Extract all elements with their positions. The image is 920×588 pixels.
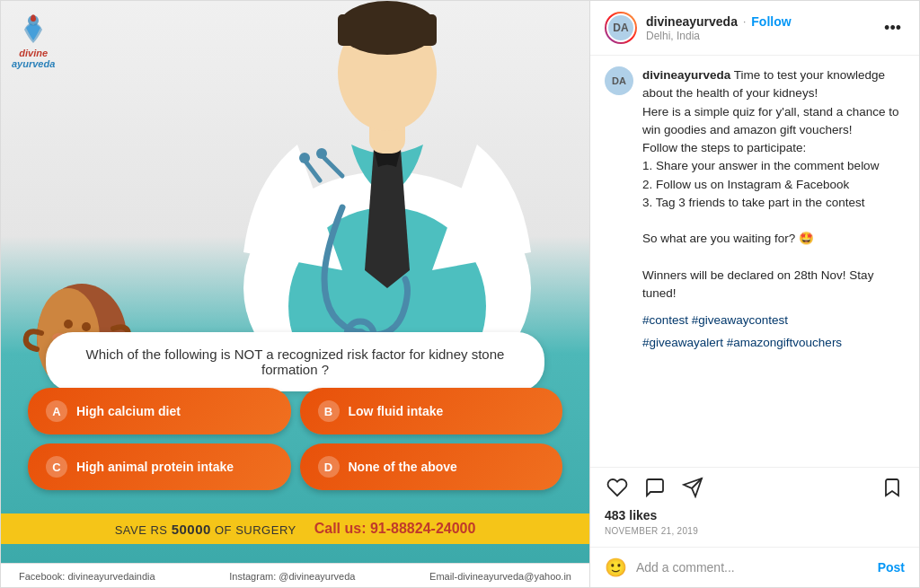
svg-line-10 — [324, 158, 342, 176]
option-a[interactable]: A High calcium diet — [28, 388, 291, 434]
comment-icon — [644, 477, 666, 498]
option-a-label: A — [46, 400, 67, 422]
emoji-icon[interactable]: 🙂 — [605, 557, 627, 578]
post-footer: Facebook: divineayurvedaindia Instagram:… — [1, 563, 589, 588]
comment-input[interactable] — [636, 560, 869, 575]
svg-point-16 — [64, 320, 73, 329]
caption-row: DA divineayurveda Time to test your know… — [605, 66, 905, 354]
footer-instagram: Instagram: @divineayurveda — [229, 571, 355, 582]
caption-text: divineayurveda Time to test your knowled… — [642, 66, 905, 354]
logo: divine ayurveda — [12, 12, 55, 69]
option-d-text: None of the above — [349, 460, 457, 474]
ig-actions: 483 likes November 21, 2019 — [590, 467, 919, 547]
banner-call-text: Call us: 91-88824-24000 — [314, 521, 476, 537]
question-text: Which of the following is NOT a recogniz… — [86, 347, 505, 377]
svg-rect-5 — [338, 14, 437, 46]
ig-header: DA divineayurveda · Follow Delhi, India … — [590, 1, 919, 56]
footer-email: Email-divineayurveda@yahoo.in — [429, 571, 571, 582]
user-info: divineayurveda · Follow Delhi, India — [646, 14, 871, 42]
post-comment-button[interactable]: Post — [878, 560, 905, 575]
option-b-label: B — [318, 400, 340, 422]
instagram-panel: DA divineayurveda · Follow Delhi, India … — [589, 1, 919, 587]
caption-username[interactable]: divineayurveda — [642, 68, 730, 82]
option-d-label: D — [318, 456, 340, 478]
action-buttons — [605, 475, 905, 503]
location: Delhi, India — [646, 30, 871, 42]
options-grid: A High calcium diet B Low fluid intake C… — [28, 388, 562, 490]
share-icon — [682, 477, 703, 498]
option-a-text: High calcium diet — [76, 404, 181, 418]
svg-point-11 — [316, 148, 327, 159]
logo-icon — [15, 12, 51, 48]
option-d[interactable]: D None of the above — [300, 443, 563, 490]
more-dots-icon: ••• — [884, 19, 901, 37]
option-c-text: High animal protein intake — [76, 460, 234, 474]
question-box: Which of the following is NOT a recogniz… — [46, 332, 544, 391]
logo-text: divine ayurveda — [12, 48, 55, 69]
comment-row: 🙂 Post — [590, 547, 919, 587]
caption-avatar: DA — [605, 66, 633, 95]
post-image: divine ayurveda Which of the following i… — [1, 1, 589, 588]
heart-icon — [606, 477, 628, 498]
banner-of: OF SURGERY — [215, 523, 296, 537]
caption-area[interactable]: DA divineayurveda Time to test your know… — [590, 56, 919, 467]
option-b[interactable]: B Low fluid intake — [300, 388, 563, 434]
share-button[interactable] — [680, 475, 705, 503]
caption-body: Time to test your knowledge about the he… — [642, 68, 898, 300]
username-row: divineayurveda · Follow — [646, 14, 871, 29]
svg-point-9 — [299, 153, 310, 163]
more-options-button[interactable]: ••• — [880, 19, 905, 38]
option-b-text: Low fluid intake — [349, 404, 444, 418]
likes-count: 483 likes — [605, 508, 905, 522]
bookmark-button[interactable] — [880, 475, 905, 503]
option-c-label: C — [46, 456, 67, 478]
comment-button[interactable] — [642, 475, 668, 503]
banner-save-text: SAVE RS 50000 OF SURGERY — [115, 522, 296, 537]
banner-amount: 50000 — [172, 522, 211, 537]
hashtags[interactable]: #contest #giveawaycontest#giveawayalert … — [642, 310, 905, 354]
like-button[interactable] — [605, 475, 630, 503]
username[interactable]: divineayurveda — [646, 14, 738, 29]
avatar: DA — [605, 12, 637, 44]
footer-facebook: Facebook: divineayurvedaindia — [19, 571, 155, 582]
avatar-inner: DA — [606, 13, 635, 42]
post-date: November 21, 2019 — [605, 526, 905, 536]
option-c[interactable]: C High animal protein intake — [28, 443, 291, 490]
svg-point-17 — [82, 322, 91, 331]
follow-button[interactable]: Follow — [751, 14, 791, 29]
bottom-banner: SAVE RS 50000 OF SURGERY Call us: 91-888… — [1, 513, 589, 544]
dot-separator: · — [743, 15, 746, 28]
bookmark-icon — [881, 477, 903, 498]
